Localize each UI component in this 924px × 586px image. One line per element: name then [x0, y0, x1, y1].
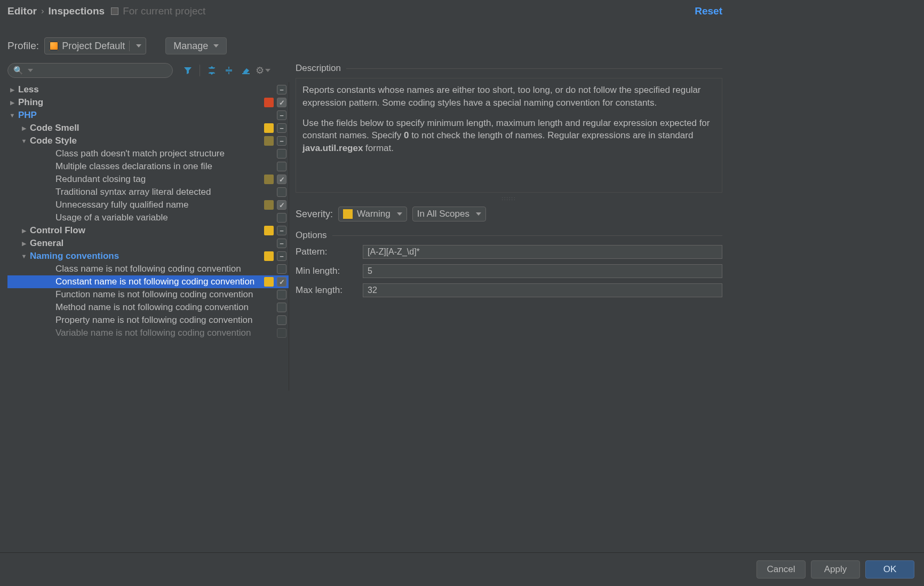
profile-value: Project Default [62, 41, 125, 52]
tree-node-controlflow[interactable]: Control Flow [7, 224, 289, 237]
search-history-chevron-icon[interactable] [28, 69, 33, 72]
expand-icon[interactable] [20, 125, 28, 132]
checkbox[interactable] [277, 328, 286, 338]
options-heading: Options [296, 230, 722, 241]
expand-all-icon[interactable] [206, 65, 217, 76]
checkbox-checked[interactable] [277, 200, 286, 210]
checkbox[interactable] [277, 264, 286, 274]
checkbox-indeterminate[interactable] [277, 85, 286, 94]
crumb-editor[interactable]: Editor [7, 5, 37, 17]
checkbox-indeterminate[interactable] [277, 226, 286, 235]
expand-icon[interactable] [9, 99, 16, 106]
tree-leaf[interactable]: Usage of a variable variable [7, 211, 289, 224]
expand-icon[interactable] [20, 227, 28, 234]
checkbox[interactable] [277, 149, 286, 159]
tree-leaf-selected[interactable]: Constant name is not following coding co… [7, 275, 289, 288]
description-box: Reports constants whose names are either… [296, 78, 722, 193]
checkbox-indeterminate[interactable] [277, 136, 286, 146]
filter-icon[interactable] [182, 65, 193, 76]
tree-node-codestyle[interactable]: Code Style [7, 134, 289, 147]
severity-combo[interactable]: Warning [338, 207, 407, 221]
tree-leaf[interactable]: Variable name is not following coding co… [7, 327, 289, 339]
checkbox-checked[interactable] [277, 277, 286, 287]
resize-grip-icon[interactable]: :::::: [296, 193, 722, 204]
collapse-icon[interactable] [20, 138, 28, 144]
tree-leaf[interactable]: Multiple classes declarations in one fil… [7, 160, 289, 173]
tree-leaf[interactable]: Class name is not following coding conve… [7, 263, 289, 275]
tree-node-naming[interactable]: Naming conventions [7, 250, 289, 263]
severity-swatch-warning [264, 123, 274, 133]
crumb-inspections[interactable]: Inspections [49, 5, 105, 17]
scope-value: In All Scopes [417, 209, 469, 219]
checkbox[interactable] [277, 315, 286, 325]
checkbox-checked[interactable] [277, 175, 286, 184]
expand-icon[interactable] [9, 86, 16, 93]
breadcrumb-separator-icon: › [41, 6, 44, 17]
chevron-down-icon [213, 44, 219, 47]
checkbox-indeterminate[interactable] [277, 123, 286, 133]
tree-leaf[interactable]: Unnecessary fully qualified name [7, 199, 289, 211]
tree-node-less[interactable]: Less [7, 83, 289, 96]
tree-node-general[interactable]: General [7, 237, 289, 250]
chevron-down-icon [397, 212, 402, 216]
checkbox[interactable] [277, 162, 286, 171]
severity-swatch-weak-warning [264, 136, 274, 146]
checkbox[interactable] [277, 290, 286, 299]
checkbox-indeterminate[interactable] [277, 239, 286, 248]
scope-combo[interactable]: In All Scopes [412, 207, 486, 221]
profile-combo[interactable]: Project Default [44, 37, 146, 54]
manage-button[interactable]: Manage [165, 37, 227, 54]
manage-label: Manage [173, 41, 208, 52]
search-icon: 🔍 [13, 66, 23, 75]
breadcrumb: Editor › Inspections For current project [7, 5, 205, 17]
min-length-label: Min length: [296, 266, 354, 276]
severity-swatch-error [264, 98, 274, 107]
reset-link[interactable]: Reset [695, 5, 722, 17]
severity-value: Warning [357, 209, 391, 219]
collapse-icon[interactable] [20, 253, 28, 259]
tree-leaf[interactable]: Method name is not following coding conv… [7, 301, 289, 314]
tree-node-php[interactable]: PHP [7, 109, 289, 122]
inspections-tree[interactable]: Less Phing PHP Code Smell [7, 82, 289, 391]
collapse-all-icon[interactable] [224, 65, 234, 76]
collapse-icon[interactable] [9, 112, 16, 118]
tree-leaf[interactable]: Class path doesn't match project structu… [7, 147, 289, 160]
severity-swatch-warning [264, 226, 274, 235]
description-heading: Description [296, 63, 722, 74]
max-length-label: Max length: [296, 285, 354, 296]
chevron-down-icon [476, 212, 481, 216]
eraser-icon[interactable] [241, 65, 251, 76]
max-length-input[interactable] [363, 283, 722, 297]
combo-divider [129, 41, 130, 51]
severity-swatch-warning [264, 251, 274, 261]
gear-icon[interactable]: ⚙ [258, 65, 268, 76]
checkbox[interactable] [277, 303, 286, 312]
svg-rect-0 [242, 73, 250, 74]
chevron-down-icon [136, 44, 141, 47]
profile-label: Profile: [7, 40, 39, 52]
checkbox-checked[interactable] [277, 98, 286, 107]
tree-leaf[interactable]: Traditional syntax array literal detecte… [7, 186, 289, 199]
expand-icon[interactable] [20, 240, 28, 247]
severity-swatch-warning [343, 209, 353, 219]
tree-node-codesmell[interactable]: Code Smell [7, 122, 289, 134]
checkbox-indeterminate[interactable] [277, 110, 286, 120]
tree-node-phing[interactable]: Phing [7, 96, 289, 109]
pattern-label: Pattern: [296, 247, 354, 257]
tree-leaf[interactable]: Property name is not following coding co… [7, 314, 289, 327]
search-input[interactable]: 🔍 [7, 63, 173, 78]
tree-leaf[interactable]: Function name is not following coding co… [7, 288, 289, 301]
toolbar-separator [200, 65, 200, 76]
severity-swatch-weak-warning [264, 200, 274, 210]
pattern-input[interactable] [363, 245, 722, 259]
checkbox[interactable] [277, 213, 286, 223]
min-length-input[interactable] [363, 264, 722, 278]
severity-label: Severity: [296, 209, 333, 220]
project-scope-icon [111, 7, 118, 15]
severity-swatch-weak-warning [264, 175, 274, 184]
severity-swatch-warning [264, 277, 274, 287]
profile-gear-icon [49, 41, 59, 51]
tree-leaf[interactable]: Redundant closing tag [7, 173, 289, 186]
checkbox-indeterminate[interactable] [277, 251, 286, 261]
checkbox[interactable] [277, 187, 286, 197]
